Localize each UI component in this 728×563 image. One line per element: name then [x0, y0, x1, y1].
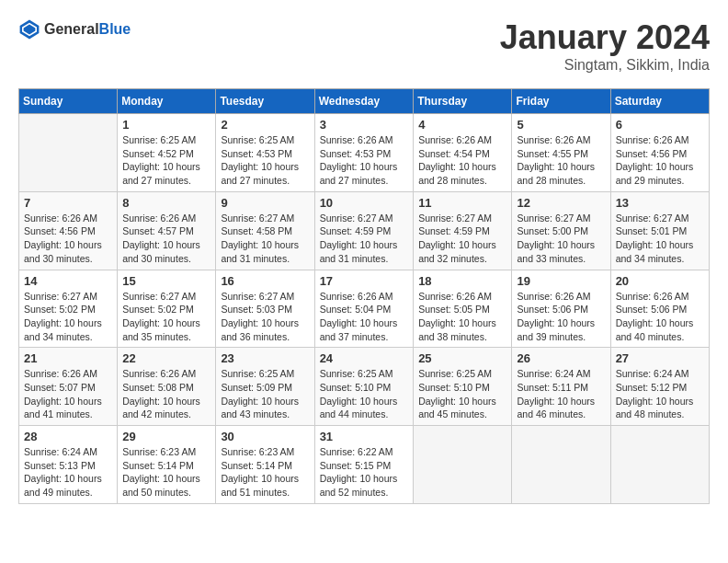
- day-cell: 25Sunrise: 6:25 AMSunset: 5:10 PMDayligh…: [414, 348, 512, 426]
- day-info: Sunrise: 6:27 AMSunset: 4:59 PMDaylight:…: [418, 212, 506, 266]
- day-info: Sunrise: 6:27 AMSunset: 5:02 PMDaylight:…: [122, 290, 210, 344]
- day-number: 23: [221, 351, 309, 365]
- header-wednesday: Wednesday: [314, 89, 414, 114]
- day-number: 3: [320, 118, 409, 132]
- day-info: Sunrise: 6:22 AMSunset: 5:15 PMDaylight:…: [320, 445, 409, 500]
- day-info: Sunrise: 6:25 AMSunset: 5:10 PMDaylight:…: [418, 367, 506, 421]
- day-number: 18: [418, 274, 506, 288]
- day-number: 25: [418, 351, 506, 365]
- day-number: 27: [616, 351, 704, 365]
- day-number: 12: [517, 196, 605, 210]
- header-saturday: Saturday: [610, 89, 709, 114]
- day-number: 4: [418, 118, 506, 132]
- day-cell: [414, 426, 512, 504]
- day-number: 10: [320, 196, 409, 210]
- day-cell: [512, 426, 610, 504]
- day-number: 19: [517, 274, 605, 288]
- day-cell: 23Sunrise: 6:25 AMSunset: 5:09 PMDayligh…: [216, 348, 314, 426]
- day-cell: 21Sunrise: 6:26 AMSunset: 5:07 PMDayligh…: [19, 348, 118, 426]
- logo-text: General Blue: [44, 21, 131, 38]
- day-info: Sunrise: 6:27 AMSunset: 5:01 PMDaylight:…: [616, 212, 704, 266]
- day-number: 1: [122, 118, 210, 132]
- day-cell: 12Sunrise: 6:27 AMSunset: 5:00 PMDayligh…: [512, 191, 610, 270]
- day-info: Sunrise: 6:26 AMSunset: 4:54 PMDaylight:…: [418, 133, 506, 188]
- calendar-table: SundayMondayTuesdayWednesdayThursdayFrid…: [18, 88, 710, 504]
- day-info: Sunrise: 6:25 AMSunset: 5:09 PMDaylight:…: [221, 367, 309, 421]
- day-cell: 29Sunrise: 6:23 AMSunset: 5:14 PMDayligh…: [118, 426, 216, 504]
- location: Singtam, Sikkim, India: [500, 57, 710, 74]
- day-cell: 1Sunrise: 6:25 AMSunset: 4:52 PMDaylight…: [118, 114, 216, 192]
- day-info: Sunrise: 6:26 AMSunset: 5:05 PMDaylight:…: [418, 290, 506, 344]
- day-cell: 9Sunrise: 6:27 AMSunset: 4:58 PMDaylight…: [216, 191, 314, 270]
- day-info: Sunrise: 6:26 AMSunset: 4:53 PMDaylight:…: [320, 133, 409, 188]
- header-tuesday: Tuesday: [216, 89, 314, 114]
- day-info: Sunrise: 6:27 AMSunset: 4:58 PMDaylight:…: [221, 212, 309, 266]
- day-info: Sunrise: 6:24 AMSunset: 5:11 PMDaylight:…: [517, 367, 605, 421]
- day-cell: 7Sunrise: 6:26 AMSunset: 4:56 PMDaylight…: [19, 191, 118, 270]
- day-cell: 28Sunrise: 6:24 AMSunset: 5:13 PMDayligh…: [19, 426, 118, 504]
- day-info: Sunrise: 6:26 AMSunset: 5:08 PMDaylight:…: [122, 367, 210, 421]
- day-info: Sunrise: 6:23 AMSunset: 5:14 PMDaylight:…: [221, 445, 309, 500]
- day-number: 26: [517, 351, 605, 365]
- day-info: Sunrise: 6:27 AMSunset: 5:02 PMDaylight:…: [24, 290, 112, 344]
- week-row-1: 1Sunrise: 6:25 AMSunset: 4:52 PMDaylight…: [19, 114, 710, 192]
- day-number: 20: [616, 274, 704, 288]
- day-number: 30: [221, 430, 309, 443]
- day-cell: 20Sunrise: 6:26 AMSunset: 5:06 PMDayligh…: [610, 270, 709, 348]
- day-info: Sunrise: 6:24 AMSunset: 5:13 PMDaylight:…: [24, 445, 112, 500]
- day-cell: 27Sunrise: 6:24 AMSunset: 5:12 PMDayligh…: [610, 348, 709, 426]
- day-cell: 2Sunrise: 6:25 AMSunset: 4:53 PMDaylight…: [216, 114, 314, 192]
- day-cell: 18Sunrise: 6:26 AMSunset: 5:05 PMDayligh…: [414, 270, 512, 348]
- day-info: Sunrise: 6:26 AMSunset: 4:57 PMDaylight:…: [122, 212, 210, 266]
- day-cell: 13Sunrise: 6:27 AMSunset: 5:01 PMDayligh…: [610, 191, 709, 270]
- day-info: Sunrise: 6:26 AMSunset: 4:56 PMDaylight:…: [24, 212, 112, 266]
- day-number: 8: [122, 196, 210, 210]
- day-cell: 14Sunrise: 6:27 AMSunset: 5:02 PMDayligh…: [19, 270, 118, 348]
- day-info: Sunrise: 6:26 AMSunset: 4:55 PMDaylight:…: [517, 133, 605, 188]
- day-number: 17: [320, 274, 409, 288]
- day-info: Sunrise: 6:23 AMSunset: 5:14 PMDaylight:…: [122, 445, 210, 500]
- week-row-4: 21Sunrise: 6:26 AMSunset: 5:07 PMDayligh…: [19, 348, 710, 426]
- day-cell: 17Sunrise: 6:26 AMSunset: 5:04 PMDayligh…: [314, 270, 414, 348]
- day-info: Sunrise: 6:25 AMSunset: 4:52 PMDaylight:…: [122, 133, 210, 188]
- day-number: 22: [122, 351, 210, 365]
- day-info: Sunrise: 6:24 AMSunset: 5:12 PMDaylight:…: [616, 367, 704, 421]
- logo-general: General: [44, 21, 99, 38]
- day-cell: 4Sunrise: 6:26 AMSunset: 4:54 PMDaylight…: [414, 114, 512, 192]
- logo-icon: [18, 18, 40, 40]
- header-row: SundayMondayTuesdayWednesdayThursdayFrid…: [19, 89, 710, 114]
- header-monday: Monday: [118, 89, 216, 114]
- day-number: 7: [24, 196, 112, 210]
- header-friday: Friday: [512, 89, 610, 114]
- day-cell: 8Sunrise: 6:26 AMSunset: 4:57 PMDaylight…: [118, 191, 216, 270]
- day-info: Sunrise: 6:26 AMSunset: 5:06 PMDaylight:…: [616, 290, 704, 344]
- day-cell: 24Sunrise: 6:25 AMSunset: 5:10 PMDayligh…: [314, 348, 414, 426]
- day-number: 15: [122, 274, 210, 288]
- day-info: Sunrise: 6:26 AMSunset: 4:56 PMDaylight:…: [616, 133, 704, 188]
- day-cell: [19, 114, 118, 192]
- header-sunday: Sunday: [19, 89, 118, 114]
- day-number: 28: [24, 430, 112, 443]
- day-cell: 3Sunrise: 6:26 AMSunset: 4:53 PMDaylight…: [314, 114, 414, 192]
- logo: General Blue: [18, 18, 131, 40]
- day-cell: 19Sunrise: 6:26 AMSunset: 5:06 PMDayligh…: [512, 270, 610, 348]
- day-cell: 31Sunrise: 6:22 AMSunset: 5:15 PMDayligh…: [314, 426, 414, 504]
- day-number: 5: [517, 118, 605, 132]
- day-number: 31: [320, 430, 409, 443]
- day-number: 6: [616, 118, 704, 132]
- day-number: 11: [418, 196, 506, 210]
- week-row-3: 14Sunrise: 6:27 AMSunset: 5:02 PMDayligh…: [19, 270, 710, 348]
- day-info: Sunrise: 6:27 AMSunset: 5:00 PMDaylight:…: [517, 212, 605, 266]
- day-number: 21: [24, 351, 112, 365]
- day-info: Sunrise: 6:26 AMSunset: 5:07 PMDaylight:…: [24, 367, 112, 421]
- title-block: January 2024 Singtam, Sikkim, India: [500, 18, 710, 74]
- day-number: 24: [320, 351, 409, 365]
- day-info: Sunrise: 6:26 AMSunset: 5:06 PMDaylight:…: [517, 290, 605, 344]
- header-thursday: Thursday: [414, 89, 512, 114]
- day-cell: 6Sunrise: 6:26 AMSunset: 4:56 PMDaylight…: [610, 114, 709, 192]
- day-number: 14: [24, 274, 112, 288]
- logo-blue: Blue: [99, 21, 131, 38]
- day-cell: 15Sunrise: 6:27 AMSunset: 5:02 PMDayligh…: [118, 270, 216, 348]
- day-cell: 11Sunrise: 6:27 AMSunset: 4:59 PMDayligh…: [414, 191, 512, 270]
- day-number: 2: [221, 118, 309, 132]
